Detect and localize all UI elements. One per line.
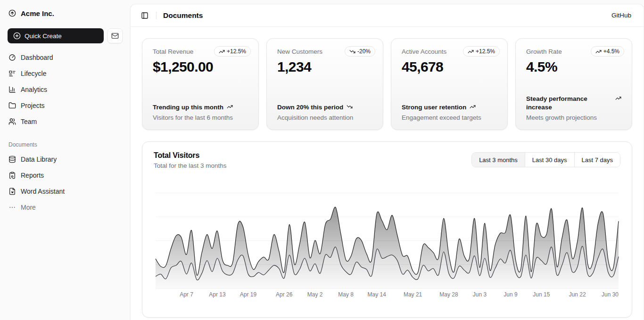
footer-title: Trending up this month (153, 103, 223, 112)
sidebar-item-data-library[interactable]: Data Library (4, 152, 126, 167)
card-footer: Steady performance increase Meets growth… (526, 95, 621, 121)
page-title: Documents (163, 11, 203, 20)
sidebar-item-label: Analytics (21, 86, 47, 93)
file-word-icon (8, 188, 16, 195)
visitors-area-chart: Apr 7Apr 13Apr 19Apr 26May 2May 8May 14M… (156, 189, 619, 300)
org-name: Acme Inc. (21, 9, 54, 17)
trending-up-icon (468, 49, 474, 55)
card-footer: Down 20% this period Acquisition needs a… (277, 103, 372, 121)
org-switcher[interactable]: Acme Inc. (4, 4, 126, 23)
sidebar-documents-group: Data Library Reports Word Assistant More (4, 152, 126, 215)
sidebar-nav: Dashboard Lifecycle Analytics Projects T… (4, 50, 126, 129)
circle-plus-icon (13, 32, 21, 40)
svg-text:May 21: May 21 (404, 291, 422, 298)
quick-create-label: Quick Create (25, 33, 62, 40)
trending-up-icon (219, 49, 225, 55)
svg-text:Apr 19: Apr 19 (240, 291, 257, 298)
card-new-customers: New Customers -20% 1,234 Down 20% this p… (266, 38, 383, 130)
card-value: 4.5% (526, 59, 621, 75)
database-icon (8, 156, 16, 163)
topbar-divider (156, 12, 157, 19)
mail-icon (111, 32, 119, 40)
footer-title: Steady performance increase (526, 95, 597, 112)
sidebar-group-label: Documents (4, 141, 126, 148)
badge-value: +12.5% (227, 48, 246, 55)
trending-down-icon (349, 49, 355, 55)
chart-bar-icon (8, 86, 16, 93)
card-active-accounts: Active Accounts +12.5% 45,678 Strong use… (391, 38, 508, 130)
folder-icon (8, 102, 16, 109)
sidebar-item-lifecycle[interactable]: Lifecycle (4, 66, 126, 81)
svg-text:May 8: May 8 (338, 291, 354, 298)
svg-text:Jun 30: Jun 30 (602, 291, 619, 298)
main-panel: Documents GitHub Total Revenue +12.5% $1… (130, 4, 644, 320)
quick-create-button[interactable]: Quick Create (8, 28, 104, 43)
badge-value: +12.5% (476, 48, 495, 55)
card-footer: Strong user retention Engagement exceed … (402, 103, 497, 121)
trend-badge: -20% (345, 46, 375, 57)
sidebar-item-label: Projects (21, 102, 45, 109)
sidebar: Acme Inc. Quick Create Dashboard Lifecyc… (0, 0, 130, 320)
users-icon (8, 118, 16, 125)
sidebar-item-projects[interactable]: Projects (4, 98, 126, 113)
svg-text:Apr 26: Apr 26 (276, 291, 293, 298)
card-total-revenue: Total Revenue +12.5% $1,250.00 Trending … (142, 38, 259, 130)
trending-up-icon (470, 104, 476, 110)
range-last-7-days[interactable]: Last 7 days (574, 153, 620, 167)
report-icon (8, 172, 16, 179)
sidebar-item-analytics[interactable]: Analytics (4, 82, 126, 97)
trending-up-icon (615, 95, 621, 101)
card-growth-rate: Growth Rate +4.5% 4.5% Steady performanc… (515, 38, 632, 130)
footer-subtitle: Engagement exceed targets (402, 114, 497, 121)
svg-text:May 14: May 14 (368, 291, 387, 298)
chart-area: Apr 7Apr 13Apr 19Apr 26May 2May 8May 14M… (142, 189, 632, 305)
ellipsis-icon (8, 204, 16, 211)
dashboard-icon (8, 54, 16, 61)
sidebar-item-dashboard[interactable]: Dashboard (4, 50, 126, 65)
footer-subtitle: Acquisition needs attention (277, 114, 372, 121)
github-link[interactable]: GitHub (607, 9, 636, 22)
svg-text:Jun 15: Jun 15 (533, 291, 550, 298)
trending-up-icon (595, 49, 602, 55)
logo-icon (8, 9, 16, 17)
sidebar-item-label: Team (21, 118, 37, 125)
panel-left-icon (141, 12, 149, 19)
svg-text:Jun 3: Jun 3 (473, 291, 487, 298)
sidebar-item-label: Word Assistant (21, 188, 65, 195)
sidebar-item-reports[interactable]: Reports (4, 168, 126, 183)
content: Total Revenue +12.5% $1,250.00 Trending … (131, 27, 644, 320)
trending-up-icon (227, 104, 233, 110)
badge-value: +4.5% (603, 48, 619, 55)
trend-badge: +12.5% (214, 46, 251, 57)
sidebar-item-team[interactable]: Team (4, 114, 126, 129)
range-last-3-months[interactable]: Last 3 months (472, 153, 525, 167)
sidebar-item-word-assistant[interactable]: Word Assistant (4, 184, 126, 199)
svg-text:Apr 7: Apr 7 (180, 291, 193, 298)
footer-title: Strong user retention (402, 103, 466, 112)
inbox-button[interactable] (107, 28, 123, 43)
svg-text:Apr 13: Apr 13 (209, 291, 226, 298)
stat-cards: Total Revenue +12.5% $1,250.00 Trending … (142, 38, 632, 130)
trending-down-icon (347, 104, 353, 110)
svg-text:May 28: May 28 (439, 291, 458, 298)
footer-subtitle: Visitors for the last 6 months (153, 114, 248, 121)
range-last-30-days[interactable]: Last 30 days (525, 153, 574, 167)
card-value: 45,678 (402, 59, 497, 75)
trend-badge: +4.5% (591, 46, 624, 57)
svg-text:May 2: May 2 (307, 291, 323, 298)
svg-text:Jun 22: Jun 22 (569, 291, 586, 298)
sidebar-item-label: More (21, 204, 36, 211)
card-value: $1,250.00 (153, 59, 248, 75)
sidebar-item-label: Data Library (21, 156, 57, 163)
badge-value: -20% (357, 48, 371, 55)
sidebar-item-label: Reports (21, 172, 44, 179)
sidebar-item-label: Dashboard (21, 54, 53, 61)
sidebar-toggle-button[interactable] (138, 9, 151, 22)
trend-badge: +12.5% (463, 46, 500, 57)
sidebar-item-more[interactable]: More (4, 200, 126, 215)
footer-title: Down 20% this period (277, 103, 343, 112)
card-value: 1,234 (277, 59, 372, 75)
topbar: Documents GitHub (131, 4, 644, 27)
footer-subtitle: Meets growth projections (526, 114, 621, 121)
visitors-chart-card: Total Visitors Total for the last 3 mont… (142, 141, 632, 318)
